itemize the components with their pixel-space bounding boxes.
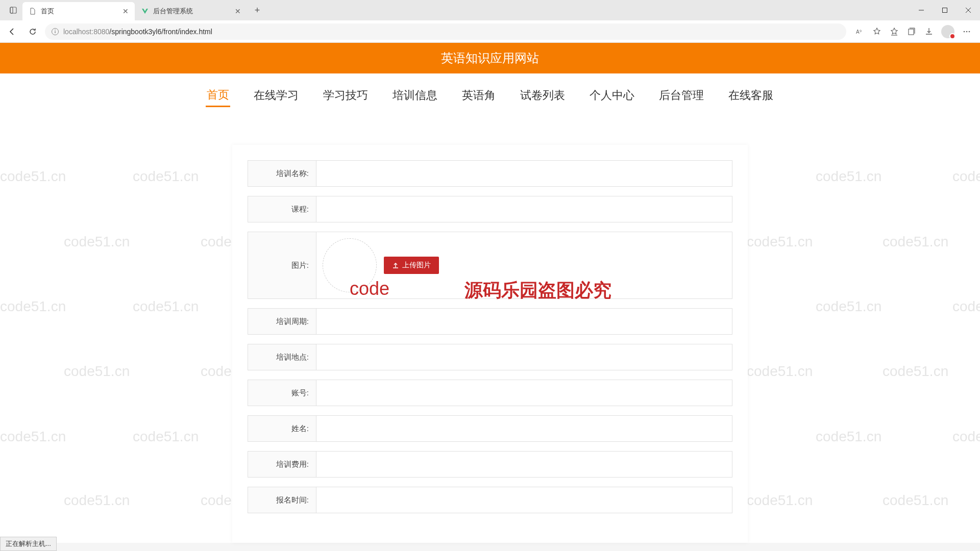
collections-icon[interactable] <box>906 27 917 37</box>
back-button[interactable] <box>4 23 20 40</box>
read-aloud-icon[interactable]: A⁹ <box>854 27 865 37</box>
svg-rect-0 <box>10 7 16 13</box>
field-label: 姓名: <box>248 416 316 441</box>
nav-item-exam[interactable]: 试卷列表 <box>519 85 566 106</box>
field-training-name: 培训名称: <box>248 160 732 187</box>
favorites-bar-icon[interactable] <box>889 27 899 37</box>
vue-icon <box>141 7 149 15</box>
signup-time-input[interactable] <box>323 496 726 504</box>
upload-label: 上传图片 <box>402 261 431 270</box>
field-label: 图片: <box>248 232 316 298</box>
new-tab-button[interactable]: + <box>250 3 264 17</box>
svg-point-16 <box>969 31 970 32</box>
nav-item-skills[interactable]: 学习技巧 <box>322 85 369 106</box>
toolbar-right: A⁹ <box>850 25 976 38</box>
more-icon[interactable] <box>962 27 972 37</box>
page-content: 英语知识应用网站 首页 在线学习 学习技巧 培训信息 英语角 试卷列表 个人中心… <box>0 43 980 543</box>
downloads-icon[interactable] <box>924 27 934 37</box>
tab-bar: 首页 ✕ 后台管理系统 ✕ + <box>0 0 980 20</box>
main-nav: 首页 在线学习 学习技巧 培训信息 英语角 试卷列表 个人中心 后台管理 在线客… <box>0 73 980 117</box>
address-bar: localhost:8080/springbootk3yl6/front/ind… <box>0 20 980 43</box>
file-icon <box>29 7 37 15</box>
upload-icon <box>392 262 399 269</box>
close-icon[interactable]: ✕ <box>122 7 129 15</box>
profile-avatar[interactable] <box>941 25 954 38</box>
svg-point-14 <box>964 31 965 32</box>
nav-item-training[interactable]: 培训信息 <box>391 85 438 106</box>
field-location: 培训地点: <box>248 344 732 370</box>
url-input[interactable]: localhost:8080/springbootk3yl6/front/ind… <box>45 23 846 40</box>
name-input[interactable] <box>323 424 726 433</box>
field-label: 培训费用: <box>248 452 316 477</box>
site-title: 英语知识应用网站 <box>0 43 980 73</box>
nav-item-service[interactable]: 在线客服 <box>727 85 774 106</box>
location-input[interactable] <box>323 353 726 361</box>
nav-item-admin[interactable]: 后台管理 <box>658 85 705 106</box>
close-window-button[interactable] <box>957 0 980 20</box>
field-period: 培训周期: <box>248 308 732 335</box>
favorites-icon[interactable] <box>872 27 882 37</box>
period-input[interactable] <box>323 317 726 325</box>
nav-item-corner[interactable]: 英语角 <box>461 85 497 106</box>
course-input[interactable] <box>323 205 726 213</box>
upload-button[interactable]: 上传图片 <box>384 257 439 274</box>
field-label: 课程: <box>248 196 316 222</box>
refresh-button[interactable] <box>24 23 41 40</box>
svg-rect-3 <box>943 8 947 13</box>
tab-home[interactable]: 首页 ✕ <box>22 2 135 20</box>
window-controls <box>910 0 980 20</box>
nav-item-home[interactable]: 首页 <box>206 84 230 107</box>
training-name-input[interactable] <box>323 169 726 178</box>
field-name: 姓名: <box>248 415 732 442</box>
image-preview <box>323 238 377 292</box>
field-label: 培训名称: <box>248 161 316 186</box>
field-course: 课程: <box>248 196 732 222</box>
maximize-button[interactable] <box>933 0 957 20</box>
svg-text:A⁹: A⁹ <box>856 29 862 35</box>
fee-input[interactable] <box>323 460 726 468</box>
field-fee: 培训费用: <box>248 451 732 478</box>
field-label: 培训地点: <box>248 344 316 370</box>
browser-chrome: 首页 ✕ 后台管理系统 ✕ + localhost <box>0 0 980 43</box>
url-text: localhost:8080/springbootk3yl6/front/ind… <box>63 28 212 36</box>
account-input[interactable] <box>323 389 726 397</box>
minimize-button[interactable] <box>910 0 933 20</box>
field-label: 报名时间: <box>248 487 316 513</box>
field-label: 培训周期: <box>248 309 316 334</box>
form-panel: 培训名称: 课程: 图片: 上传图片 培训周期: 培训地点 <box>232 145 748 543</box>
nav-item-profile[interactable]: 个人中心 <box>589 85 635 106</box>
svg-rect-11 <box>909 29 914 35</box>
info-icon <box>51 28 59 36</box>
field-label: 账号: <box>248 380 316 406</box>
svg-rect-1 <box>10 7 13 13</box>
tab-title: 首页 <box>41 7 54 16</box>
close-icon[interactable]: ✕ <box>235 7 241 15</box>
tab-admin[interactable]: 后台管理系统 ✕ <box>135 2 247 20</box>
tab-actions-icon[interactable] <box>4 6 22 14</box>
field-account: 账号: <box>248 380 732 406</box>
field-signup-time: 报名时间: <box>248 487 732 513</box>
tab-title: 后台管理系统 <box>153 7 193 16</box>
nav-item-study[interactable]: 在线学习 <box>253 85 300 106</box>
field-image: 图片: 上传图片 <box>248 232 732 299</box>
svg-point-15 <box>966 31 968 32</box>
status-bar: 正在解析主机... <box>0 537 57 551</box>
svg-point-8 <box>55 29 56 30</box>
